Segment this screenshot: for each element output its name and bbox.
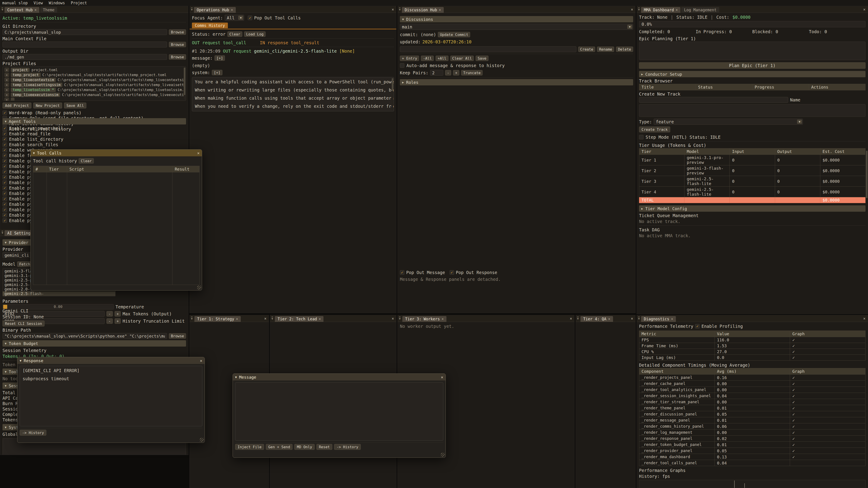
tab-operations-hub[interactable]: Operations Hub × [194, 7, 236, 13]
tab-diagnostics[interactable]: Diagnostics × [641, 316, 676, 322]
remove-file-button[interactable]: x [4, 88, 9, 92]
window-close-icon[interactable]: × [197, 151, 199, 156]
filter-icon[interactable]: ▼ [399, 317, 401, 320]
panel-close-icon[interactable]: × [863, 7, 866, 12]
history-action-button[interactable]: + Entry [400, 56, 419, 61]
main-context-browse-button[interactable]: Browse [169, 42, 186, 47]
conductor-setup-header[interactable]: ▶ Conductor Setup [639, 71, 866, 77]
filter-icon[interactable]: ▼ [191, 317, 193, 320]
discussion-select[interactable]: main ▼ [400, 24, 633, 30]
graph-checkbox[interactable]: ✓ [790, 349, 866, 355]
output-dir-browse-button[interactable]: Browse [169, 54, 186, 60]
graph-checkbox[interactable]: ✓ [790, 435, 866, 442]
increment-button[interactable]: + [453, 70, 459, 75]
autoadd-row[interactable]: Auto-add message & response to history [400, 63, 633, 68]
create-track-button[interactable]: Create Track [639, 127, 670, 132]
graph-checkbox[interactable]: ✓ [790, 423, 866, 429]
mma-scrollbar[interactable] [866, 151, 868, 198]
project-file-row[interactable]: x temp_liveaisettingssim C:\projects\man… [3, 82, 186, 87]
checkbox[interactable]: ✓ [2, 153, 7, 158]
filter-icon[interactable]: ▼ [2, 8, 3, 11]
delete-button[interactable]: Delete [616, 46, 633, 52]
graph-checkbox[interactable]: ✓ [790, 448, 866, 454]
remove-file-button[interactable]: x [4, 68, 9, 72]
binary-browse-button[interactable]: Browse [169, 333, 186, 339]
binary-path-input[interactable] [2, 333, 167, 339]
message-action-button[interactable]: -> History [334, 444, 361, 450]
tab-tier1[interactable]: Tier 1: Strategy × [194, 316, 241, 322]
remove-file-button[interactable]: x [4, 73, 9, 77]
project-file-row[interactable]: x temp_liveexecutionsim C:\projects\manu… [3, 92, 186, 97]
create-button[interactable]: Create [578, 46, 595, 52]
project-files-list[interactable]: x project project.toml x temp_project C:… [2, 66, 186, 101]
tab-log-management[interactable]: Log Management [681, 7, 719, 13]
tab-comms-history[interactable]: Comms History [192, 23, 228, 28]
popout-tool-calls-checkbox[interactable]: ✓ [248, 15, 252, 20]
remove-file-button[interactable]: x [4, 83, 9, 87]
discussion-name-input[interactable] [400, 46, 577, 52]
project-action-button[interactable]: Save All [64, 103, 86, 108]
main-context-file-input[interactable] [2, 41, 167, 47]
tab-theme[interactable]: Theme [40, 7, 57, 13]
tab-close-icon[interactable]: × [671, 317, 673, 321]
graph-checkbox[interactable] [790, 460, 866, 466]
graph-checkbox[interactable]: ✓ [790, 381, 866, 387]
filter-icon[interactable]: ▼ [638, 8, 640, 11]
tool-calls-window[interactable]: ▼ Tool Calls × Tool call history Clear #… [31, 149, 202, 291]
panel-close-icon[interactable]: × [631, 7, 634, 12]
expand-system-button[interactable]: [+] [212, 70, 222, 75]
enable-profiling-checkbox[interactable]: ✓ [695, 324, 700, 328]
discussions-header[interactable]: ▼ Discussions [400, 16, 633, 22]
filter-icon[interactable]: ▼ [272, 317, 273, 320]
graph-checkbox[interactable]: ✓ [790, 355, 866, 361]
tool-toggle-row[interactable]: ✓ Enable search_files [2, 142, 186, 147]
project-file-row[interactable]: x temp_livetoolssim * C:\projects\manual… [3, 87, 186, 92]
rename-button[interactable]: Rename [597, 46, 614, 52]
project-file-chip[interactable]: temp_livetoolssim * [11, 88, 56, 92]
message-action-button[interactable]: Gen + Send [266, 444, 292, 450]
epic-planning-textarea[interactable] [639, 41, 866, 60]
step-mode-row[interactable]: Step Mode (HITL) Status: IDLE [639, 135, 866, 140]
clear-button[interactable]: Clear [227, 31, 242, 37]
project-file-chip[interactable]: temp_liveexecutionsim [11, 93, 60, 97]
tool-toggle-row[interactable]: ✓ Enable run_powershell [2, 126, 186, 131]
checkbox[interactable]: ✓ [2, 180, 7, 185]
output-dir-input[interactable] [2, 54, 167, 60]
message-action-button[interactable]: MD Only [294, 444, 314, 450]
remove-file-button[interactable]: x [4, 93, 9, 97]
roles-header[interactable]: ▶ Roles [400, 79, 633, 86]
graph-checkbox[interactable]: ✓ [790, 343, 866, 349]
project-file-chip[interactable]: project [11, 68, 30, 72]
response-titlebar[interactable]: ▼ Response × [18, 357, 205, 364]
collapse-icon[interactable]: ▼ [20, 359, 22, 362]
tool-toggle-row[interactable]: ✓ Enable list_directory [2, 137, 186, 142]
files-scrollbar[interactable] [184, 68, 185, 100]
checkbox[interactable]: ✓ [2, 126, 7, 131]
resize-grip[interactable] [441, 453, 445, 457]
agent-tools-header[interactable]: ▼ Agent Tools [2, 118, 186, 125]
filter-icon[interactable]: ▼ [399, 8, 401, 11]
project-file-row[interactable]: x temp_project C:\projects\manual_slop\t… [3, 72, 186, 77]
checkbox[interactable]: ✓ [2, 218, 7, 223]
response-history-button[interactable]: -> History [20, 430, 46, 435]
menu-item[interactable]: Project [71, 1, 87, 5]
panel-close-icon[interactable]: × [863, 316, 866, 321]
checkbox[interactable]: ✓ [2, 131, 7, 136]
collapse-icon[interactable]: ▼ [235, 376, 237, 379]
message-action-button[interactable]: Inject File [235, 444, 264, 450]
graph-checkbox[interactable]: ✓ [790, 337, 866, 343]
tab-tier2[interactable]: Tier 2: Tech Lead × [275, 316, 323, 322]
resize-grip[interactable] [197, 286, 201, 290]
track-description-textarea[interactable] [639, 104, 866, 117]
history-action-button[interactable]: +All [436, 56, 448, 61]
checkbox[interactable] [400, 63, 404, 68]
tab-close-icon[interactable]: × [319, 317, 321, 321]
graph-checkbox[interactable]: ✓ [790, 429, 866, 435]
tab-tier4[interactable]: Tier 4: QA × [581, 316, 613, 322]
checkbox[interactable]: ✓ [2, 137, 7, 141]
checkbox[interactable] [639, 135, 644, 139]
model-list-item[interactable]: gemini-2.5-flash- [3, 291, 115, 296]
graph-checkbox[interactable]: ✓ [790, 387, 866, 393]
plan-epic-button[interactable]: Plan Epic (Tier 1) [639, 62, 866, 69]
focus-agent-select[interactable]: All ▼ [225, 15, 244, 21]
